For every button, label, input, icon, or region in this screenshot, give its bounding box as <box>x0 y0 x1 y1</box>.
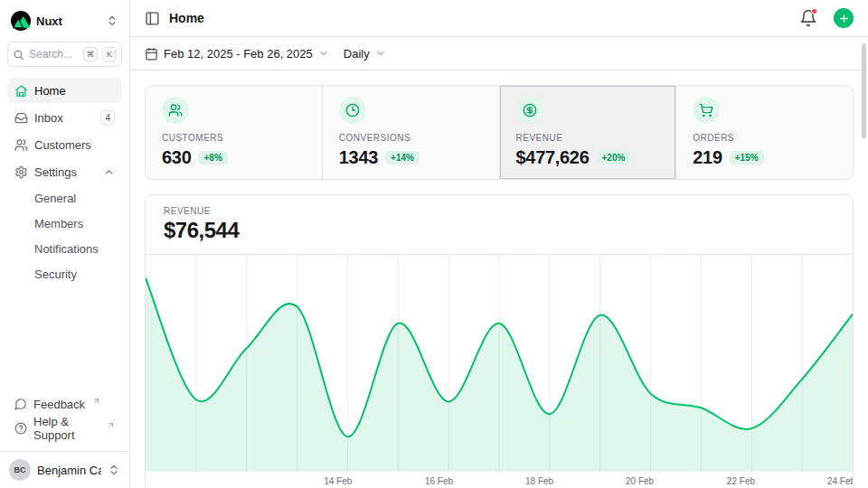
stat-card-orders[interactable]: ORDERS 219 +15% <box>676 86 853 179</box>
date-range-button[interactable]: Feb 12, 2025 - Feb 26, 2025 <box>145 47 329 61</box>
x-tick-label: 16 Feb <box>425 476 453 486</box>
dollar-circle-icon <box>516 97 543 124</box>
footer-link-label: Help & Support <box>33 415 99 442</box>
x-tick-label: 18 Feb <box>525 476 553 486</box>
external-link-icon <box>92 397 100 405</box>
user-name: Benjamin Canac <box>37 464 101 477</box>
x-tick-label: 22 Feb <box>727 476 755 486</box>
sidebar-item-label: Home <box>34 84 66 98</box>
revenue-chart-card: REVENUE $76,544 14 Feb16 Feb18 Feb20 Feb… <box>145 194 854 488</box>
calendar-icon <box>145 47 158 61</box>
search-input[interactable]: Search... ⌘ K <box>7 42 122 67</box>
stat-label: ORDERS <box>693 133 836 143</box>
message-bubble-icon <box>14 398 27 410</box>
date-range-label: Feb 12, 2025 - Feb 26, 2025 <box>164 47 313 61</box>
help-support-link[interactable]: Help & Support <box>7 417 122 440</box>
sidebar-subitem-notifications[interactable]: Notifications <box>7 237 122 260</box>
app-root: Nuxt Search... ⌘ K Home <box>0 0 868 488</box>
content: CUSTOMERS 630 +8% CONVERSIONS 1343 +14% <box>130 70 868 488</box>
stat-value: $477,626 <box>516 147 590 168</box>
notifications-bell-icon[interactable] <box>799 9 817 27</box>
stat-label: CUSTOMERS <box>162 133 306 143</box>
sidebar-item-home[interactable]: Home <box>7 78 122 103</box>
granularity-label: Daily <box>344 47 370 61</box>
sidebar-item-settings[interactable]: Settings <box>7 159 122 184</box>
granularity-button[interactable]: Daily <box>344 47 386 61</box>
inbox-count-badge: 4 <box>100 110 115 125</box>
stat-delta-badge: +8% <box>198 151 227 164</box>
stat-value: 1343 <box>339 147 378 168</box>
stat-delta-badge: +15% <box>730 151 764 164</box>
sidebar-spacer <box>7 286 122 392</box>
notification-dot <box>811 8 817 14</box>
x-axis-labels: 14 Feb16 Feb18 Feb20 Feb22 Feb24 Feb <box>146 471 853 488</box>
chevron-up-icon <box>103 166 115 178</box>
sidebar-footer: Feedback Help & Support <box>7 392 122 440</box>
sidebar-subitem-security[interactable]: Security <box>7 262 122 286</box>
feedback-link[interactable]: Feedback <box>7 392 122 416</box>
main-area: Home Feb 12, 2025 - Feb 26, 2025 Daily <box>130 0 868 488</box>
page-title: Home <box>169 11 790 25</box>
help-circle-icon <box>14 422 27 435</box>
sidebar-item-label: Inbox <box>34 111 63 125</box>
search-icon <box>13 49 24 61</box>
stat-card-conversions[interactable]: CONVERSIONS 1343 +14% <box>323 86 500 179</box>
chevron-down-icon <box>375 48 386 59</box>
sidebar-item-customers[interactable]: Customers <box>7 132 122 157</box>
footer-link-label: Feedback <box>33 398 85 411</box>
sidebar: Nuxt Search... ⌘ K Home <box>0 0 130 488</box>
chart-header: REVENUE $76,544 <box>146 195 853 254</box>
chevrons-up-down-icon <box>106 14 118 27</box>
sidebar-subitem-members[interactable]: Members <box>7 211 122 235</box>
home-icon <box>14 84 28 98</box>
stat-label: CONVERSIONS <box>339 133 483 143</box>
stat-delta-badge: +20% <box>597 151 631 164</box>
workspace-name: Nuxt <box>36 14 100 28</box>
chart-label: REVENUE <box>164 206 835 216</box>
chevrons-up-down-icon <box>108 464 120 476</box>
stat-delta-badge: +14% <box>385 151 420 164</box>
kbd-cmd: ⌘ <box>83 47 98 61</box>
stats-strip: CUSTOMERS 630 +8% CONVERSIONS 1343 +14% <box>145 85 854 180</box>
gear-icon <box>14 165 28 179</box>
sidebar-nav: Home Inbox 4 Customers Settings <box>7 78 122 286</box>
filters-toolbar: Feb 12, 2025 - Feb 26, 2025 Daily <box>130 37 868 70</box>
avatar: BC <box>9 459 31 481</box>
stat-value: 219 <box>693 147 722 168</box>
chart-body: 14 Feb16 Feb18 Feb20 Feb22 Feb24 Feb <box>146 254 853 488</box>
add-button[interactable] <box>834 8 854 28</box>
external-link-icon <box>107 421 115 429</box>
x-tick-label: 20 Feb <box>626 476 654 486</box>
x-tick-label: 24 Feb <box>827 476 854 486</box>
inbox-icon <box>14 111 28 125</box>
stat-value: 630 <box>162 147 191 168</box>
cart-icon <box>693 97 720 124</box>
page-header: Home <box>130 0 868 37</box>
chevron-down-icon <box>318 48 329 59</box>
revenue-chart <box>146 255 853 472</box>
scrollbar-thumb[interactable] <box>862 43 866 138</box>
nuxt-logo-icon <box>11 11 31 31</box>
workspace-switcher[interactable]: Nuxt <box>7 9 122 33</box>
stat-label: REVENUE <box>516 133 660 143</box>
panel-left-icon[interactable] <box>145 11 160 26</box>
sidebar-item-label: Settings <box>34 165 77 179</box>
x-tick-label: 14 Feb <box>324 476 352 486</box>
users-icon <box>14 138 28 152</box>
search-placeholder: Search... <box>29 48 79 61</box>
stat-card-revenue[interactable]: REVENUE $477,626 +20% <box>500 86 677 179</box>
users-icon <box>162 97 189 124</box>
chart-value: $76,544 <box>164 218 835 243</box>
stat-card-customers[interactable]: CUSTOMERS 630 +8% <box>146 86 323 179</box>
clock-icon <box>339 97 366 124</box>
sidebar-item-label: Customers <box>34 138 91 152</box>
sidebar-subitem-general[interactable]: General <box>7 186 122 210</box>
sidebar-item-inbox[interactable]: Inbox 4 <box>7 105 122 130</box>
user-menu[interactable]: BC Benjamin Canac <box>0 451 129 488</box>
kbd-k: K <box>102 47 117 61</box>
